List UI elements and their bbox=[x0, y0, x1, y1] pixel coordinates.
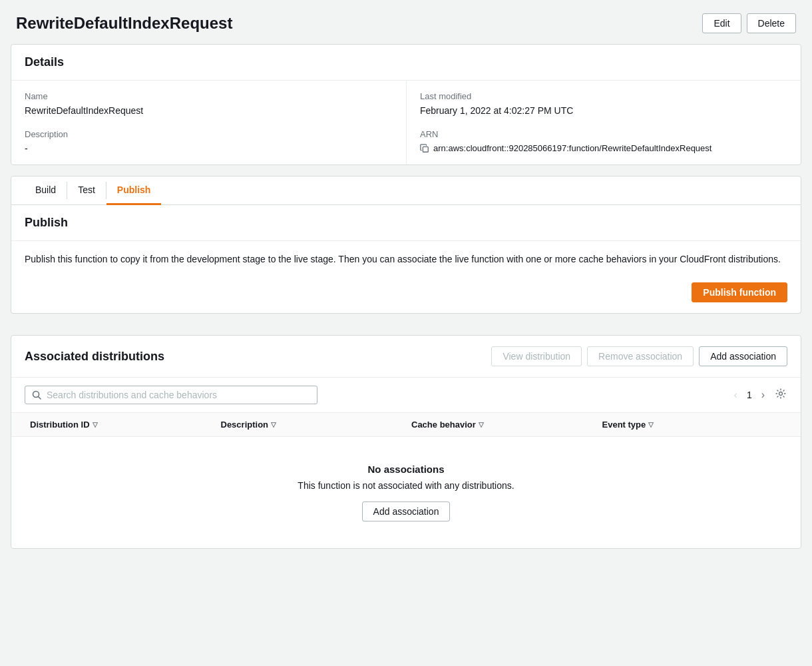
last-modified-value: February 1, 2022 at 4:02:27 PM UTC bbox=[420, 105, 787, 116]
pagination-next-button[interactable]: › bbox=[757, 388, 769, 402]
assoc-actions: View distribution Remove association Add… bbox=[491, 346, 787, 366]
tab-publish[interactable]: Publish bbox=[106, 176, 162, 205]
th-cache-behavior: Cache behavior ▽ bbox=[406, 413, 597, 436]
th-distribution-id: Distribution ID ▽ bbox=[25, 413, 216, 436]
arn-row: arn:aws:cloudfront::920285066197:functio… bbox=[420, 143, 787, 153]
sort-icon-distribution-id[interactable]: ▽ bbox=[93, 421, 98, 428]
publish-card: Publish Publish this function to copy it… bbox=[11, 205, 801, 314]
associated-distributions-card: Associated distributions View distributi… bbox=[11, 335, 801, 549]
publish-description: Publish this function to copy it from th… bbox=[11, 241, 801, 277]
empty-description: This function is not associated with any… bbox=[25, 480, 787, 491]
sort-icon-cache-behavior[interactable]: ▽ bbox=[479, 421, 484, 428]
th-event-type: Event type ▽ bbox=[597, 413, 788, 436]
details-card: Details Name RewriteDefaultIndexRequest … bbox=[11, 44, 801, 165]
tab-test[interactable]: Test bbox=[67, 176, 106, 205]
svg-point-3 bbox=[779, 392, 783, 396]
publish-card-header: Publish bbox=[11, 205, 801, 241]
section-gap bbox=[0, 324, 812, 335]
page-number: 1 bbox=[747, 390, 752, 400]
sort-icon-description[interactable]: ▽ bbox=[271, 421, 276, 428]
pagination-row: ‹ 1 › bbox=[730, 387, 787, 403]
search-input-wrap bbox=[25, 386, 317, 404]
remove-association-button[interactable]: Remove association bbox=[587, 346, 694, 366]
empty-title: No associations bbox=[25, 464, 787, 475]
svg-rect-0 bbox=[423, 147, 428, 152]
tab-build[interactable]: Build bbox=[25, 176, 67, 205]
meta-cell: Last modified February 1, 2022 at 4:02:2… bbox=[406, 81, 801, 165]
header-actions: Edit Delete bbox=[702, 13, 796, 33]
details-card-header: Details bbox=[11, 45, 801, 81]
search-icon bbox=[32, 390, 41, 400]
page-title: RewriteDefaultIndexRequest bbox=[16, 14, 232, 33]
svg-line-2 bbox=[39, 397, 41, 400]
settings-button[interactable] bbox=[774, 387, 787, 403]
description-value: - bbox=[25, 143, 393, 154]
th-description: Description ▽ bbox=[216, 413, 407, 436]
name-label: Name bbox=[25, 91, 393, 101]
add-association-button-header[interactable]: Add association bbox=[699, 346, 787, 366]
pagination-prev-button[interactable]: ‹ bbox=[730, 388, 741, 402]
arn-group: ARN arn:aws:cloudfront::920285066197:fun… bbox=[420, 129, 787, 153]
view-distribution-button[interactable]: View distribution bbox=[491, 346, 582, 366]
sort-icon-event-type[interactable]: ▽ bbox=[648, 421, 654, 428]
page-header: RewriteDefaultIndexRequest Edit Delete bbox=[0, 0, 812, 44]
search-row: ‹ 1 › bbox=[11, 378, 801, 413]
last-modified-label: Last modified bbox=[420, 91, 787, 101]
name-value: RewriteDefaultIndexRequest bbox=[25, 105, 393, 116]
description-group: Description - bbox=[25, 129, 393, 154]
edit-button[interactable]: Edit bbox=[702, 13, 741, 33]
arn-value: arn:aws:cloudfront::920285066197:functio… bbox=[433, 143, 711, 153]
copy-icon[interactable] bbox=[420, 144, 429, 153]
delete-button[interactable]: Delete bbox=[747, 13, 796, 33]
publish-function-button[interactable]: Publish function bbox=[692, 282, 787, 302]
add-association-button-empty[interactable]: Add association bbox=[362, 501, 451, 521]
details-grid: Name RewriteDefaultIndexRequest Descript… bbox=[11, 81, 801, 165]
tabs-container: Build Test Publish bbox=[11, 176, 801, 205]
arn-label: ARN bbox=[420, 129, 787, 139]
publish-action-row: Publish function bbox=[11, 277, 801, 313]
empty-state: No associations This function is not ass… bbox=[11, 437, 801, 548]
search-input[interactable] bbox=[47, 390, 310, 400]
publish-title: Publish bbox=[25, 216, 68, 229]
assoc-header: Associated distributions View distributi… bbox=[11, 336, 801, 378]
table-header: Distribution ID ▽ Description ▽ Cache be… bbox=[11, 413, 801, 437]
details-title: Details bbox=[25, 55, 64, 69]
gear-icon bbox=[775, 388, 786, 399]
name-cell: Name RewriteDefaultIndexRequest Descript… bbox=[11, 81, 406, 165]
description-label: Description bbox=[25, 129, 393, 139]
assoc-title: Associated distributions bbox=[25, 350, 164, 364]
